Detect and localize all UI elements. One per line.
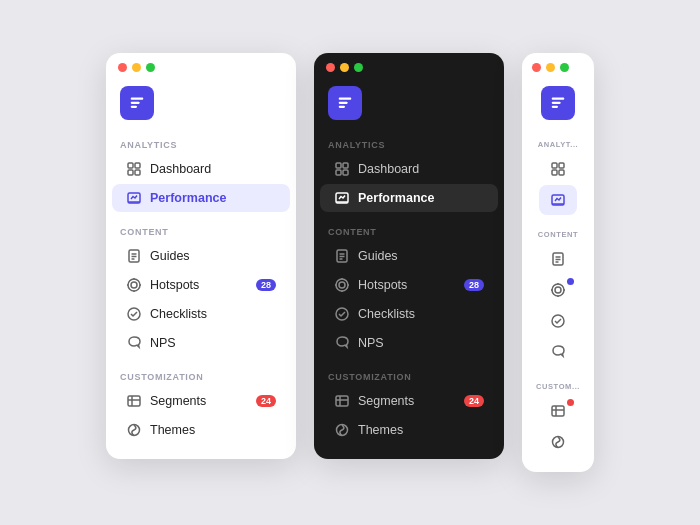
sidebar-item-dashboard-collapsed[interactable] bbox=[539, 154, 577, 184]
svg-rect-1 bbox=[131, 102, 140, 104]
green-light-dark bbox=[354, 63, 363, 72]
sidebar-item-segments-dark[interactable]: Segments 24 bbox=[320, 387, 498, 415]
dashboard-icon-dark bbox=[334, 161, 350, 177]
sidebar-item-themes-light[interactable]: Themes bbox=[112, 416, 290, 444]
sidebar-item-guides-dark[interactable]: Guides bbox=[320, 242, 498, 270]
sidebar-item-dashboard-light[interactable]: Dashboard bbox=[112, 155, 290, 183]
panels-container: ANALYTICS Dashboard Performance bbox=[86, 23, 614, 502]
sidebar-item-performance-collapsed[interactable] bbox=[539, 185, 577, 215]
red-light-dark bbox=[326, 63, 335, 72]
red-light bbox=[118, 63, 127, 72]
logo-icon-dark[interactable] bbox=[328, 86, 362, 120]
segments-badge-light: 24 bbox=[256, 395, 276, 407]
performance-label-light: Performance bbox=[150, 191, 226, 205]
svg-rect-52 bbox=[559, 170, 564, 175]
yellow-light-dark bbox=[340, 63, 349, 72]
svg-rect-26 bbox=[336, 163, 341, 168]
sidebar-item-checklists-dark[interactable]: Checklists bbox=[320, 300, 498, 328]
sidebar-item-performance-dark[interactable]: Performance bbox=[320, 184, 498, 212]
svg-rect-48 bbox=[552, 106, 558, 108]
themes-icon-dark bbox=[334, 422, 350, 438]
yellow-light bbox=[132, 63, 141, 72]
svg-rect-4 bbox=[135, 163, 140, 168]
themes-label-dark: Themes bbox=[358, 423, 403, 437]
svg-rect-2 bbox=[131, 106, 137, 108]
traffic-lights-light bbox=[106, 53, 296, 80]
hotspots-badge-dark: 28 bbox=[464, 279, 484, 291]
red-light-collapsed bbox=[532, 63, 541, 72]
content-label-light: CONTENT bbox=[106, 219, 296, 241]
svg-rect-29 bbox=[343, 170, 348, 175]
sidebar-item-themes-collapsed[interactable] bbox=[539, 427, 577, 457]
sidebar-item-hotspots-dark[interactable]: Hotspots 28 bbox=[320, 271, 498, 299]
sidebar-item-guides-light[interactable]: Guides bbox=[112, 242, 290, 270]
sidebar-item-hotspots-collapsed[interactable] bbox=[539, 275, 577, 305]
hotspots-icon-light bbox=[126, 277, 142, 293]
checklists-label-dark: Checklists bbox=[358, 307, 415, 321]
svg-rect-46 bbox=[552, 98, 565, 100]
checklists-icon-dark bbox=[334, 306, 350, 322]
sidebar-item-segments-collapsed[interactable] bbox=[539, 396, 577, 426]
themes-icon-light bbox=[126, 422, 142, 438]
svg-rect-50 bbox=[559, 163, 564, 168]
guides-label-dark: Guides bbox=[358, 249, 398, 263]
svg-rect-49 bbox=[552, 163, 557, 168]
sidebar-item-segments-light[interactable]: Segments 24 bbox=[112, 387, 290, 415]
svg-rect-28 bbox=[336, 170, 341, 175]
sidebar-item-checklists-collapsed[interactable] bbox=[539, 306, 577, 336]
dashboard-icon-light bbox=[126, 161, 142, 177]
yellow-light-collapsed bbox=[546, 63, 555, 72]
segments-icon-dark bbox=[334, 393, 350, 409]
performance-icon-light bbox=[126, 190, 142, 206]
checklists-icon-light bbox=[126, 306, 142, 322]
svg-point-12 bbox=[131, 282, 137, 288]
green-light-collapsed bbox=[560, 63, 569, 72]
analytics-label-collapsed: ANALYT... bbox=[522, 132, 594, 153]
svg-rect-25 bbox=[339, 106, 345, 108]
svg-rect-23 bbox=[339, 98, 352, 100]
svg-rect-3 bbox=[128, 163, 133, 168]
sidebar-item-nps-light[interactable]: NPS bbox=[112, 329, 290, 357]
hotspots-dot-collapsed bbox=[567, 278, 574, 285]
hotspots-label-light: Hotspots bbox=[150, 278, 199, 292]
sidebar-item-guides-collapsed[interactable] bbox=[539, 244, 577, 274]
svg-rect-19 bbox=[128, 396, 140, 406]
green-light bbox=[146, 63, 155, 72]
traffic-lights-dark bbox=[314, 53, 504, 80]
sidebar-item-nps-collapsed[interactable] bbox=[539, 337, 577, 367]
checklists-label-light: Checklists bbox=[150, 307, 207, 321]
logo-icon-collapsed[interactable] bbox=[541, 86, 575, 120]
dashboard-label-dark: Dashboard bbox=[358, 162, 419, 176]
logo-icon-light[interactable] bbox=[120, 86, 154, 120]
customization-label-light: CUSTOMIZATION bbox=[106, 364, 296, 386]
guides-label-light: Guides bbox=[150, 249, 190, 263]
sidebar-item-checklists-light[interactable]: Checklists bbox=[112, 300, 290, 328]
performance-label-dark: Performance bbox=[358, 191, 434, 205]
svg-point-13 bbox=[128, 279, 140, 291]
segments-label-light: Segments bbox=[150, 394, 206, 408]
nps-icon-dark bbox=[334, 335, 350, 351]
sidebar-item-performance-light[interactable]: Performance bbox=[112, 184, 290, 212]
svg-rect-65 bbox=[552, 406, 564, 416]
svg-rect-51 bbox=[552, 170, 557, 175]
content-label-collapsed: CONTENT bbox=[522, 222, 594, 243]
svg-point-35 bbox=[339, 282, 345, 288]
hotspots-badge-light: 28 bbox=[256, 279, 276, 291]
svg-rect-0 bbox=[131, 98, 144, 100]
light-panel: ANALYTICS Dashboard Performance bbox=[106, 53, 296, 459]
analytics-label-dark: ANALYTICS bbox=[314, 132, 504, 154]
collapsed-panel: ANALYT... CONTENT bbox=[522, 53, 594, 472]
sidebar-item-themes-dark[interactable]: Themes bbox=[320, 416, 498, 444]
svg-point-36 bbox=[336, 279, 348, 291]
guides-icon-dark bbox=[334, 248, 350, 264]
nps-label-dark: NPS bbox=[358, 336, 384, 350]
sidebar-item-hotspots-light[interactable]: Hotspots 28 bbox=[112, 271, 290, 299]
svg-rect-24 bbox=[339, 102, 348, 104]
customization-label-collapsed: CUSTOM... bbox=[522, 374, 594, 395]
sidebar-item-dashboard-dark[interactable]: Dashboard bbox=[320, 155, 498, 183]
sidebar-item-nps-dark[interactable]: NPS bbox=[320, 329, 498, 357]
dashboard-label-light: Dashboard bbox=[150, 162, 211, 176]
svg-rect-42 bbox=[336, 396, 348, 406]
nps-label-light: NPS bbox=[150, 336, 176, 350]
dark-panel: ANALYTICS Dashboard Performance bbox=[314, 53, 504, 459]
